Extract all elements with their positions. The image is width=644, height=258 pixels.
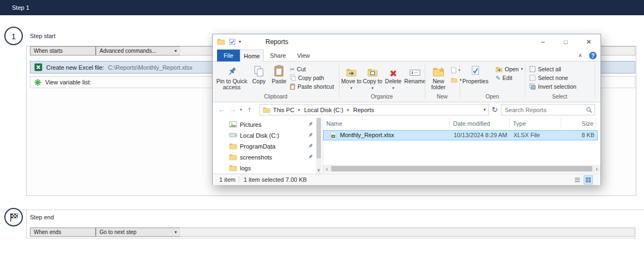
step-end-left-edge xyxy=(26,210,27,238)
drive-icon xyxy=(229,132,237,138)
paste-button[interactable]: Paste xyxy=(269,63,289,84)
refresh-icon[interactable]: ↻ xyxy=(492,106,498,113)
window-folder-icon xyxy=(217,38,225,45)
breadcrumb-separator-icon: ▸ xyxy=(343,107,353,112)
tab-file[interactable]: File xyxy=(217,50,240,62)
edit-button[interactable]: ✎ Edit xyxy=(496,73,512,82)
copy-to-icon xyxy=(367,63,378,77)
rename-icon xyxy=(410,63,420,77)
dropdown-arrow-icon: ▾ xyxy=(175,230,177,235)
pin-to-quick-access-button[interactable]: Pin to Quick access xyxy=(216,63,247,90)
delete-icon: ✖ xyxy=(389,63,397,77)
forward-icon[interactable]: → xyxy=(229,106,237,113)
delete-button[interactable]: ✖ Delete ▾ xyxy=(383,63,403,91)
collapse-ribbon-icon[interactable]: ∧ xyxy=(578,52,582,58)
details-view-button[interactable] xyxy=(573,175,582,185)
pin-icon xyxy=(227,63,237,77)
top-bar: Step 1 xyxy=(0,0,644,15)
paste-shortcut-button[interactable]: Paste shortcut xyxy=(290,82,334,91)
scroll-right-icon[interactable]: › xyxy=(593,165,600,173)
folder-icon xyxy=(229,164,237,171)
rename-button[interactable]: Rename xyxy=(404,63,426,84)
explorer-title-bar[interactable]: ▾ Reports – □ ✕ xyxy=(213,34,600,50)
nav-item-pictures[interactable]: Pictures xyxy=(213,119,314,130)
when-ends-header: When ends xyxy=(30,228,96,237)
minimize-button[interactable]: – xyxy=(531,34,554,50)
select-none-icon xyxy=(529,75,536,81)
open-button[interactable]: Open ▾ xyxy=(496,65,523,73)
command-label: Create new Excel file: xyxy=(46,64,104,71)
nav-item-logs[interactable]: logs xyxy=(213,163,314,174)
column-header-size[interactable]: Size xyxy=(561,118,596,128)
select-all-icon xyxy=(529,66,536,72)
copy-button[interactable]: Copy xyxy=(250,63,268,84)
navigation-pane: Pictures Local Disk (C:) ProgramData scr… xyxy=(213,117,323,174)
command-value: C:\Reports\Monthly_Report.xlsx xyxy=(108,64,192,71)
group-separator xyxy=(460,64,460,98)
group-separator xyxy=(339,64,339,98)
group-label-select: Select xyxy=(525,94,595,100)
quick-access-toolbar-arrow-icon[interactable]: ▾ xyxy=(239,39,241,44)
address-box[interactable]: This PC ▸ Local Disk (C:) ▸ Reports ▾ xyxy=(259,104,489,115)
paste-shortcut-icon xyxy=(290,83,295,90)
cut-button[interactable]: ✂ Cut xyxy=(290,65,306,73)
nav-scrollbar[interactable]: ∨ xyxy=(316,117,321,174)
column-header-date-modified[interactable]: Date modified xyxy=(450,118,510,128)
nav-item-local-disk[interactable]: Local Disk (C:) xyxy=(213,130,314,141)
item-count: 1 item xyxy=(219,176,236,183)
thumbnails-view-button[interactable] xyxy=(584,175,593,185)
breadcrumb-reports[interactable]: Reports xyxy=(353,107,374,113)
search-input[interactable] xyxy=(501,107,586,113)
new-folder-button[interactable]: New folder xyxy=(427,63,450,90)
nav-item-screenshots[interactable]: screenshots xyxy=(213,152,314,163)
column-header-type[interactable]: Type xyxy=(510,118,561,128)
copy-to-button[interactable]: Copy to ▾ xyxy=(362,63,383,91)
breadcrumb-this-pc[interactable]: This PC xyxy=(273,107,294,113)
copy-path-button[interactable]: Copy path xyxy=(290,73,324,82)
copy-path-icon xyxy=(290,75,296,81)
excel-icon xyxy=(34,63,42,71)
when-starts-dropdown[interactable]: Advanced commands... ▾ xyxy=(96,46,181,56)
nav-scroll-down-icon[interactable]: ∨ xyxy=(316,166,321,174)
address-dropdown-icon[interactable]: ▾ xyxy=(484,107,486,112)
back-icon[interactable]: ← xyxy=(218,106,226,113)
top-bar-title: Step 1 xyxy=(12,4,29,11)
maximize-button[interactable]: □ xyxy=(554,34,577,50)
column-header-name[interactable]: Name xyxy=(323,118,450,128)
move-to-button[interactable]: Move to ▾ xyxy=(341,63,362,91)
recent-locations-arrow-icon[interactable]: ▾ xyxy=(240,108,242,112)
pin-icon xyxy=(307,132,313,138)
window-title: Reports xyxy=(265,38,288,46)
file-row-monthly-report[interactable]: Monthly_Report.xlsx 10/13/2024 8:29 AM X… xyxy=(323,130,598,140)
horizontal-scrollbar[interactable]: ‹ › xyxy=(323,165,600,173)
nav-scrollbar-thumb[interactable] xyxy=(317,118,321,158)
group-label-clipboard: Clipboard xyxy=(213,94,339,100)
horizontal-scrollbar-thumb[interactable] xyxy=(331,166,592,171)
tab-share[interactable]: Share xyxy=(265,50,291,62)
tab-view[interactable]: View xyxy=(292,50,315,62)
invert-selection-button[interactable]: Invert selection xyxy=(529,82,577,91)
when-ends-dropdown[interactable]: Go to next step ▾ xyxy=(96,228,181,237)
dropdown-arrow-icon: ▾ xyxy=(521,67,523,71)
select-all-button[interactable]: Select all xyxy=(529,65,561,73)
group-separator xyxy=(595,64,595,98)
step-end-title: Step end xyxy=(30,214,54,220)
search-box[interactable] xyxy=(501,104,595,115)
properties-button[interactable]: Properties xyxy=(462,63,489,84)
step-end-divider xyxy=(0,210,644,210)
breadcrumb-local-disk[interactable]: Local Disk (C:) xyxy=(304,107,343,113)
paste-icon xyxy=(274,63,284,77)
scroll-left-icon[interactable]: ‹ xyxy=(323,165,331,173)
dropdown-arrow-icon: ▾ xyxy=(175,49,177,53)
help-icon[interactable]: ? xyxy=(589,52,597,59)
details-view-icon xyxy=(574,176,581,183)
checkered-flag-icon xyxy=(9,212,19,223)
up-icon[interactable]: ↑ xyxy=(247,106,251,113)
thumbnails-view-icon xyxy=(585,176,592,183)
quick-access-properties-icon[interactable] xyxy=(229,39,236,45)
new-item-button[interactable]: ▾ xyxy=(451,66,461,75)
nav-item-programdata[interactable]: ProgramData xyxy=(213,141,314,152)
tab-home[interactable]: Home xyxy=(240,50,264,62)
select-none-button[interactable]: Select none xyxy=(529,73,568,82)
close-button[interactable]: ✕ xyxy=(577,34,600,50)
